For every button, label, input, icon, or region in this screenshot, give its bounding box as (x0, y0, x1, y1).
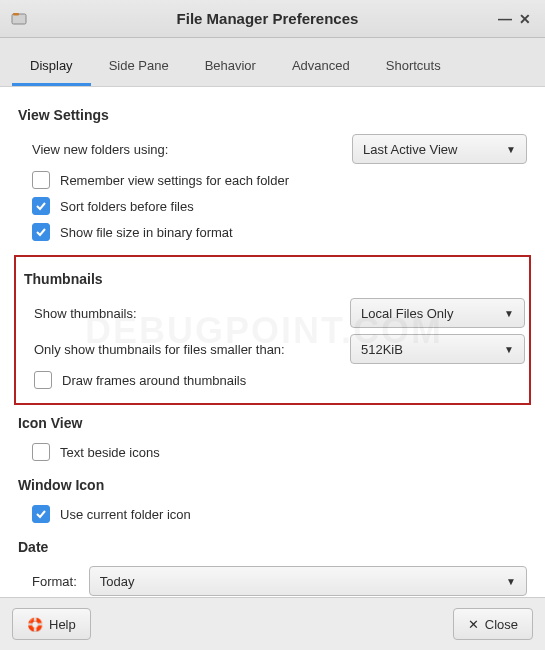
tabbar: Display Side Pane Behavior Advanced Shor… (0, 38, 545, 87)
window-title: File Manager Preferences (40, 10, 495, 27)
chevron-down-icon: ▼ (506, 576, 516, 587)
draw-frames-checkbox[interactable] (34, 371, 52, 389)
thumbnail-size-value: 512KiB (361, 342, 403, 357)
show-thumbnails-label: Show thumbnails: (34, 306, 137, 321)
close-button[interactable]: ✕ Close (453, 608, 533, 640)
footer: 🛟 Help ✕ Close (0, 597, 545, 650)
tab-behavior[interactable]: Behavior (187, 48, 274, 86)
text-beside-checkbox[interactable] (32, 443, 50, 461)
view-settings-heading: View Settings (18, 107, 527, 123)
draw-frames-label: Draw frames around thumbnails (62, 373, 246, 388)
date-format-label: Format: (32, 574, 77, 589)
date-format-value: Today (100, 574, 135, 589)
view-new-folders-select[interactable]: Last Active View ▼ (352, 134, 527, 164)
close-icon: ✕ (468, 617, 479, 632)
help-icon: 🛟 (27, 617, 43, 632)
remember-view-label: Remember view settings for each folder (60, 173, 289, 188)
thumbnails-highlight: Thumbnails Show thumbnails: Local Files … (14, 255, 531, 405)
close-window-button[interactable]: ✕ (515, 11, 535, 27)
sort-folders-label: Sort folders before files (60, 199, 194, 214)
app-icon (10, 10, 28, 28)
use-current-folder-checkbox[interactable] (32, 505, 50, 523)
window-icon-heading: Window Icon (18, 477, 527, 493)
use-current-folder-label: Use current folder icon (60, 507, 191, 522)
view-new-folders-value: Last Active View (363, 142, 457, 157)
content-area: DEBUGPOINT.COM View Settings View new fo… (0, 87, 545, 597)
tab-shortcuts[interactable]: Shortcuts (368, 48, 459, 86)
tab-advanced[interactable]: Advanced (274, 48, 368, 86)
tab-display[interactable]: Display (12, 48, 91, 86)
icon-view-heading: Icon View (18, 415, 527, 431)
thumbnail-size-select[interactable]: 512KiB ▼ (350, 334, 525, 364)
remember-view-checkbox[interactable] (32, 171, 50, 189)
text-beside-label: Text beside icons (60, 445, 160, 460)
chevron-down-icon: ▼ (506, 144, 516, 155)
chevron-down-icon: ▼ (504, 344, 514, 355)
chevron-down-icon: ▼ (504, 308, 514, 319)
titlebar: File Manager Preferences — ✕ (0, 0, 545, 38)
tab-side-pane[interactable]: Side Pane (91, 48, 187, 86)
show-thumbnails-select[interactable]: Local Files Only ▼ (350, 298, 525, 328)
show-thumbnails-value: Local Files Only (361, 306, 453, 321)
view-new-folders-label: View new folders using: (32, 142, 168, 157)
binary-size-checkbox[interactable] (32, 223, 50, 241)
binary-size-label: Show file size in binary format (60, 225, 233, 240)
minimize-button[interactable]: — (495, 11, 515, 27)
date-heading: Date (18, 539, 527, 555)
help-button-label: Help (49, 617, 76, 632)
help-button[interactable]: 🛟 Help (12, 608, 91, 640)
close-button-label: Close (485, 617, 518, 632)
sort-folders-checkbox[interactable] (32, 197, 50, 215)
svg-rect-1 (13, 13, 19, 16)
thumbnails-heading: Thumbnails (24, 271, 525, 287)
thumbnail-size-label: Only show thumbnails for files smaller t… (34, 342, 285, 357)
date-format-select[interactable]: Today ▼ (89, 566, 527, 596)
